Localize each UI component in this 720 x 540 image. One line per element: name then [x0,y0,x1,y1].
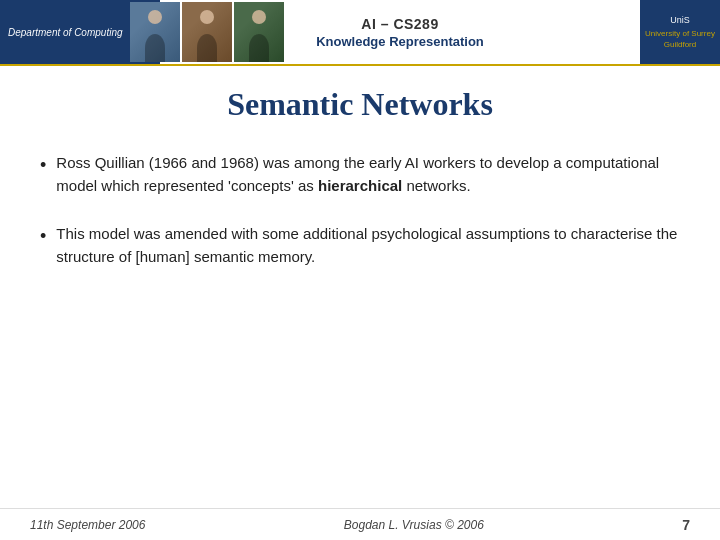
bullet-dot-1: • [40,152,46,180]
bullet-item-2: • This model was amended with some addit… [40,222,680,269]
footer-date: 11th September 2006 [30,518,145,532]
uni-name: University of Surrey [645,29,715,38]
slide-title: Semantic Networks [40,86,680,123]
header-image-1 [130,2,180,62]
bullet-dot-2: • [40,223,46,251]
bold-hierarchical: hierarchical [318,177,402,194]
header-images [130,2,284,64]
footer-page-number: 7 [682,517,690,533]
slide-header: Department of Computing AI – CS289 Knowl… [0,0,720,66]
footer-copyright: Bogdan L. Vrusias © 2006 [344,518,484,532]
knowledge-rep-title: Knowledge Representation [316,34,484,49]
course-code: AI – CS289 [361,16,438,32]
bullet-item-1: • Ross Quillian (1966 and 1968) was amon… [40,151,680,198]
slide-footer: 11th September 2006 Bogdan L. Vrusias © … [0,508,720,540]
uni-sub: Guildford [664,40,696,49]
bullet-text-2: This model was amended with some additio… [56,222,680,269]
bullet-text-1: Ross Quillian (1966 and 1968) was among … [56,151,680,198]
header-image-2 [182,2,232,62]
dept-label: Department of Computing [8,26,123,39]
university-logo: UniS University of Surrey Guildford [640,0,720,64]
uni-initials: UniS [670,15,690,27]
slide-content: Semantic Networks • Ross Quillian (1966 … [0,66,720,312]
bullet-list: • Ross Quillian (1966 and 1968) was amon… [40,151,680,268]
header-image-3 [234,2,284,62]
